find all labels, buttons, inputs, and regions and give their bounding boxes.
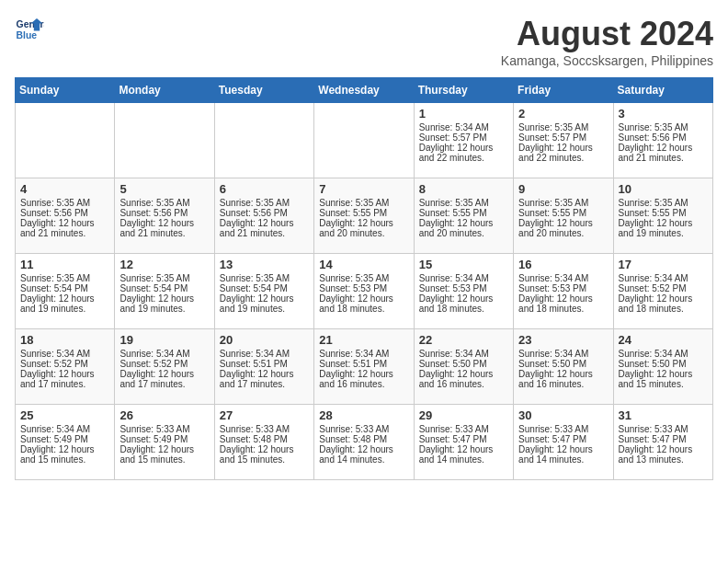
day-number: 30 xyxy=(518,408,608,422)
sunset-text: Sunset: 5:52 PM xyxy=(119,359,209,369)
calendar-header-row: SundayMondayTuesdayWednesdayThursdayFrid… xyxy=(16,78,713,103)
sunset-text: Sunset: 5:54 PM xyxy=(119,283,209,293)
sunrise-text: Sunrise: 5:35 AM xyxy=(20,198,109,208)
day-number: 24 xyxy=(619,333,708,347)
day-number: 17 xyxy=(619,258,708,271)
daylight-text: Daylight: 12 hours and 17 minutes. xyxy=(220,369,309,389)
calendar-cell: 28Sunrise: 5:33 AMSunset: 5:48 PMDayligh… xyxy=(314,405,414,480)
calendar-cell: 8Sunrise: 5:35 AMSunset: 5:55 PMDaylight… xyxy=(414,178,513,254)
calendar-cell: 10Sunrise: 5:35 AMSunset: 5:55 PMDayligh… xyxy=(613,178,712,254)
sunrise-text: Sunrise: 5:34 AM xyxy=(419,349,508,359)
header-sunday: Sunday xyxy=(16,78,115,103)
calendar-week-2: 4Sunrise: 5:35 AMSunset: 5:56 PMDaylight… xyxy=(16,178,713,254)
sunrise-text: Sunrise: 5:34 AM xyxy=(619,273,708,283)
title-block: August 2024 Kamanga, Soccsksargen, Phili… xyxy=(501,15,713,68)
calendar-cell: 19Sunrise: 5:34 AMSunset: 5:52 PMDayligh… xyxy=(115,329,214,405)
calendar-week-1: 1Sunrise: 5:34 AMSunset: 5:57 PMDaylight… xyxy=(16,103,713,178)
day-number: 26 xyxy=(119,408,209,422)
calendar-cell: 23Sunrise: 5:34 AMSunset: 5:50 PMDayligh… xyxy=(514,329,613,405)
header-saturday: Saturday xyxy=(613,78,712,103)
calendar-cell: 16Sunrise: 5:34 AMSunset: 5:53 PMDayligh… xyxy=(514,254,613,329)
calendar-cell: 24Sunrise: 5:34 AMSunset: 5:50 PMDayligh… xyxy=(613,329,712,405)
sunrise-text: Sunrise: 5:35 AM xyxy=(20,273,109,283)
calendar-cell: 6Sunrise: 5:35 AMSunset: 5:56 PMDaylight… xyxy=(214,178,313,254)
header-wednesday: Wednesday xyxy=(314,78,414,103)
calendar-cell: 26Sunrise: 5:33 AMSunset: 5:49 PMDayligh… xyxy=(115,405,214,480)
sunset-text: Sunset: 5:56 PM xyxy=(619,132,708,143)
daylight-text: Daylight: 12 hours and 18 minutes. xyxy=(518,293,608,314)
calendar-table: SundayMondayTuesdayWednesdayThursdayFrid… xyxy=(15,77,713,480)
daylight-text: Daylight: 12 hours and 22 minutes. xyxy=(419,143,508,163)
daylight-text: Daylight: 12 hours and 18 minutes. xyxy=(319,293,408,314)
daylight-text: Daylight: 12 hours and 17 minutes. xyxy=(20,369,109,389)
sunset-text: Sunset: 5:55 PM xyxy=(319,208,408,218)
sunset-text: Sunset: 5:56 PM xyxy=(119,208,209,218)
sunset-text: Sunset: 5:52 PM xyxy=(619,283,708,293)
daylight-text: Daylight: 12 hours and 16 minutes. xyxy=(518,369,608,389)
sunrise-text: Sunrise: 5:35 AM xyxy=(619,198,708,208)
day-number: 19 xyxy=(119,333,209,347)
logo-icon: General Blue xyxy=(15,15,44,44)
calendar-cell: 22Sunrise: 5:34 AMSunset: 5:50 PMDayligh… xyxy=(414,329,513,405)
sunset-text: Sunset: 5:56 PM xyxy=(20,208,109,218)
day-number: 16 xyxy=(518,258,608,271)
day-number: 12 xyxy=(119,258,209,271)
sunrise-text: Sunrise: 5:33 AM xyxy=(119,424,209,434)
sunrise-text: Sunrise: 5:35 AM xyxy=(619,122,708,132)
sunset-text: Sunset: 5:49 PM xyxy=(119,434,209,444)
daylight-text: Daylight: 12 hours and 15 minutes. xyxy=(20,444,109,465)
day-number: 31 xyxy=(619,408,708,422)
sunrise-text: Sunrise: 5:35 AM xyxy=(220,198,309,208)
day-number: 28 xyxy=(319,408,408,422)
daylight-text: Daylight: 12 hours and 14 minutes. xyxy=(419,444,508,465)
day-number: 6 xyxy=(220,182,309,196)
day-number: 8 xyxy=(419,182,508,196)
daylight-text: Daylight: 12 hours and 21 minutes. xyxy=(119,218,209,238)
day-number: 15 xyxy=(419,258,508,271)
sunrise-text: Sunrise: 5:35 AM xyxy=(119,198,209,208)
calendar-week-4: 18Sunrise: 5:34 AMSunset: 5:52 PMDayligh… xyxy=(16,329,713,405)
daylight-text: Daylight: 12 hours and 18 minutes. xyxy=(419,293,508,314)
daylight-text: Daylight: 12 hours and 19 minutes. xyxy=(619,218,708,238)
sunrise-text: Sunrise: 5:35 AM xyxy=(518,122,608,132)
sunset-text: Sunset: 5:55 PM xyxy=(419,208,508,218)
day-number: 29 xyxy=(419,408,508,422)
calendar-cell: 17Sunrise: 5:34 AMSunset: 5:52 PMDayligh… xyxy=(613,254,712,329)
sunrise-text: Sunrise: 5:34 AM xyxy=(319,349,408,359)
sunset-text: Sunset: 5:57 PM xyxy=(518,132,608,143)
daylight-text: Daylight: 12 hours and 14 minutes. xyxy=(319,444,408,465)
day-number: 11 xyxy=(20,258,109,271)
calendar-week-3: 11Sunrise: 5:35 AMSunset: 5:54 PMDayligh… xyxy=(16,254,713,329)
sunrise-text: Sunrise: 5:34 AM xyxy=(518,273,608,283)
day-number: 18 xyxy=(20,333,109,347)
daylight-text: Daylight: 12 hours and 19 minutes. xyxy=(220,293,309,314)
sunset-text: Sunset: 5:53 PM xyxy=(419,283,508,293)
sunrise-text: Sunrise: 5:34 AM xyxy=(20,424,109,434)
daylight-text: Daylight: 12 hours and 20 minutes. xyxy=(518,218,608,238)
day-number: 7 xyxy=(319,182,408,196)
day-number: 25 xyxy=(20,408,109,422)
sunset-text: Sunset: 5:52 PM xyxy=(20,359,109,369)
page-header: General Blue August 2024 Kamanga, Soccsk… xyxy=(15,15,713,68)
sunrise-text: Sunrise: 5:33 AM xyxy=(419,424,508,434)
calendar-cell: 21Sunrise: 5:34 AMSunset: 5:51 PMDayligh… xyxy=(314,329,414,405)
day-number: 10 xyxy=(619,182,708,196)
day-number: 1 xyxy=(419,107,508,121)
calendar-cell xyxy=(314,103,414,178)
daylight-text: Daylight: 12 hours and 20 minutes. xyxy=(319,218,408,238)
daylight-text: Daylight: 12 hours and 16 minutes. xyxy=(319,369,408,389)
daylight-text: Daylight: 12 hours and 17 minutes. xyxy=(119,369,209,389)
calendar-cell: 30Sunrise: 5:33 AMSunset: 5:47 PMDayligh… xyxy=(514,405,613,480)
calendar-cell: 9Sunrise: 5:35 AMSunset: 5:55 PMDaylight… xyxy=(514,178,613,254)
calendar-cell: 12Sunrise: 5:35 AMSunset: 5:54 PMDayligh… xyxy=(115,254,214,329)
calendar-cell: 31Sunrise: 5:33 AMSunset: 5:47 PMDayligh… xyxy=(613,405,712,480)
sunrise-text: Sunrise: 5:34 AM xyxy=(619,349,708,359)
day-number: 9 xyxy=(518,182,608,196)
sunrise-text: Sunrise: 5:35 AM xyxy=(220,273,309,283)
calendar-cell xyxy=(115,103,214,178)
day-number: 3 xyxy=(619,107,708,121)
sunset-text: Sunset: 5:56 PM xyxy=(220,208,309,218)
sunset-text: Sunset: 5:55 PM xyxy=(518,208,608,218)
sunset-text: Sunset: 5:54 PM xyxy=(220,283,309,293)
sunrise-text: Sunrise: 5:34 AM xyxy=(518,349,608,359)
